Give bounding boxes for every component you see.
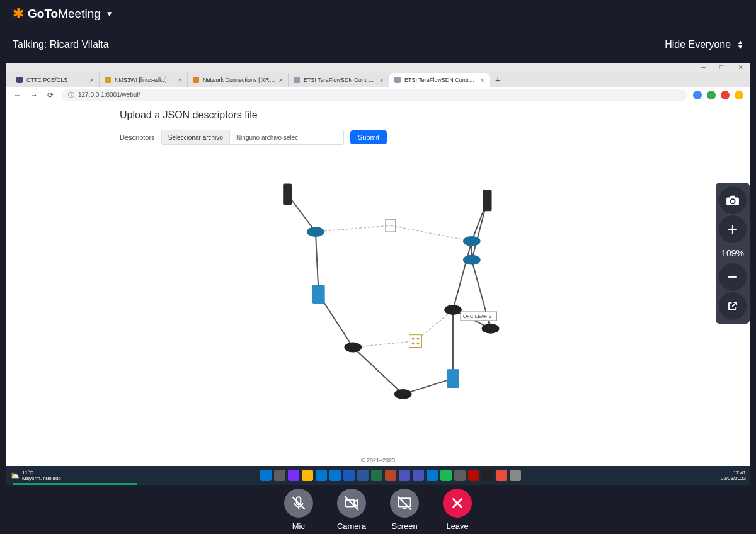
talking-indicator: Talking: Ricard Vilalta	[13, 39, 109, 50]
router-node[interactable]	[463, 236, 481, 246]
tab-close-button[interactable]: ×	[90, 76, 94, 84]
network-topology[interactable]: OFC LEAF 2	[6, 154, 750, 466]
router-node[interactable]	[307, 227, 324, 237]
olt-node[interactable]	[410, 335, 422, 348]
forward-button[interactable]: →	[29, 91, 39, 99]
router-node[interactable]	[344, 343, 362, 353]
upload-form: Descriptors Seleccionar archivo Ninguno …	[120, 130, 636, 145]
browser-tabs: CTTC PCE/OLS×NMS3WI [linux-wlkc]×Network…	[6, 72, 750, 87]
zoom-in-button[interactable]: +	[719, 215, 747, 243]
ext-icon[interactable]	[707, 91, 716, 99]
zoom-level: 109%	[721, 244, 744, 262]
switch-node[interactable]	[447, 369, 459, 388]
info-icon: ⓘ	[68, 91, 74, 99]
taskbar-app-icon[interactable]	[510, 470, 521, 481]
svg-line-6	[453, 241, 472, 310]
camera-button[interactable]: Camera	[337, 489, 366, 531]
gtm-logo-text: GoToMeeting	[28, 7, 101, 21]
taskbar-app-icon[interactable]	[385, 470, 396, 481]
ext-icon[interactable]	[693, 91, 702, 99]
descriptors-label: Descriptors	[120, 134, 155, 141]
taskbar-app-icon[interactable]	[413, 470, 424, 481]
tab-label: Network Connections | XR IPM	[203, 77, 275, 83]
taskbar-app-icon[interactable]	[468, 470, 479, 481]
profile-icon[interactable]	[735, 91, 743, 99]
svg-line-3	[353, 348, 403, 394]
zoom-out-button[interactable]: −	[719, 263, 747, 291]
browser-tab[interactable]: ETSI TeraFlowSDN Controller×	[289, 73, 389, 87]
page-title: Upload a JSON descriptors file	[120, 110, 636, 121]
tab-favicon	[294, 77, 300, 83]
switch-node[interactable]	[312, 285, 325, 304]
taskbar-app-icon[interactable]	[454, 470, 466, 481]
browser-address-bar: ← → ⟳ ⓘ 127.0.0.1:8001/webui/	[6, 87, 750, 103]
taskbar-app-icon[interactable]	[371, 470, 382, 481]
sort-icon: ▲▼	[737, 40, 743, 50]
tab-close-button[interactable]: ×	[279, 76, 283, 84]
shared-screen: — □ ✕ CTTC PCE/OLS×NMS3WI [linux-wlkc]×N…	[6, 63, 750, 485]
taskbar-app-icon[interactable]	[274, 470, 285, 481]
server-node[interactable]	[483, 190, 492, 212]
file-input[interactable]: Seleccionar archivo Ninguno archivo sele…	[161, 130, 344, 145]
tab-label: CTTC PCE/OLS	[26, 77, 86, 83]
windows-taskbar: ⛅ 11°CMayorm. nublado 17:4102/03/2023	[6, 466, 750, 485]
gtm-subheader: Talking: Ricard Vilalta Hide Everyone ▲▼	[0, 28, 756, 60]
maximize-button[interactable]: □	[719, 64, 726, 71]
chevron-down-icon[interactable]: ▼	[106, 9, 113, 18]
taskbar-weather[interactable]: ⛅ 11°CMayorm. nublado	[10, 470, 61, 481]
taskbar-app-icon[interactable]	[316, 470, 327, 481]
svg-point-17	[412, 338, 415, 340]
browser-tab[interactable]: ETSI TeraFlowSDN Controller×	[389, 73, 490, 87]
gtm-logo-icon: ✱	[13, 6, 24, 22]
svg-point-20	[417, 343, 420, 345]
minimize-button[interactable]: —	[701, 64, 707, 71]
taskbar-app-icon[interactable]	[343, 470, 355, 481]
taskbar-clock[interactable]: 17:4102/03/2023	[721, 470, 746, 481]
taskbar-app-icon[interactable]	[496, 470, 507, 481]
taskbar-app-icon[interactable]	[288, 470, 299, 481]
browser-tab[interactable]: NMS3WI [linux-wlkc]×	[100, 73, 188, 87]
tab-label: ETSI TeraFlowSDN Controller	[404, 77, 477, 83]
svg-point-18	[417, 338, 420, 340]
choose-file-button[interactable]: Seleccionar archivo	[162, 130, 230, 144]
leave-button[interactable]: Leave	[443, 489, 472, 531]
taskbar-app-icon[interactable]	[482, 470, 493, 481]
back-button[interactable]: ←	[13, 91, 23, 99]
submit-button[interactable]: Submit	[350, 130, 387, 144]
screen-button[interactable]: Screen	[390, 489, 419, 531]
hide-everyone-button[interactable]: Hide Everyone ▲▼	[665, 39, 743, 50]
new-tab-button[interactable]: +	[490, 73, 505, 87]
tab-label: ETSI TeraFlowSDN Controller	[304, 77, 376, 83]
weather-icon: ⛅	[10, 471, 20, 480]
taskbar-app-icon[interactable]	[399, 470, 410, 481]
browser-tab[interactable]: Network Connections | XR IPM×	[188, 73, 289, 87]
close-button[interactable]: ✕	[738, 64, 745, 71]
screenshot-button[interactable]	[719, 186, 747, 214]
tab-close-button[interactable]: ×	[380, 76, 384, 84]
router-node[interactable]	[394, 389, 412, 399]
mic-button[interactable]: Mic	[284, 489, 313, 531]
server-node[interactable]	[283, 184, 292, 205]
tab-close-button[interactable]: ×	[178, 76, 182, 84]
tab-favicon	[394, 77, 401, 83]
taskbar-app-icon[interactable]	[427, 470, 438, 481]
extension-icons	[693, 91, 743, 99]
taskbar-app-icon[interactable]	[440, 470, 452, 481]
tab-favicon	[105, 77, 111, 83]
taskbar-app-icon[interactable]	[329, 470, 341, 481]
url-input[interactable]: ⓘ 127.0.0.1:8001/webui/	[62, 89, 687, 101]
window-titlebar: — □ ✕	[6, 63, 750, 72]
tab-close-button[interactable]: ×	[481, 76, 484, 84]
router-node[interactable]	[463, 255, 481, 265]
svg-line-14	[391, 225, 472, 241]
reload-button[interactable]: ⟳	[45, 91, 55, 99]
ext-icon[interactable]	[721, 91, 730, 99]
popout-button[interactable]	[719, 292, 747, 320]
browser-tab[interactable]: CTTC PCE/OLS×	[11, 73, 100, 87]
taskbar-app-icon[interactable]	[302, 470, 313, 481]
router-node[interactable]	[444, 305, 462, 315]
router-node[interactable]	[482, 324, 500, 334]
node-tooltip-label: OFC LEAF 2	[463, 314, 491, 319]
taskbar-app-icon[interactable]	[260, 470, 272, 481]
taskbar-app-icon[interactable]	[357, 470, 369, 481]
